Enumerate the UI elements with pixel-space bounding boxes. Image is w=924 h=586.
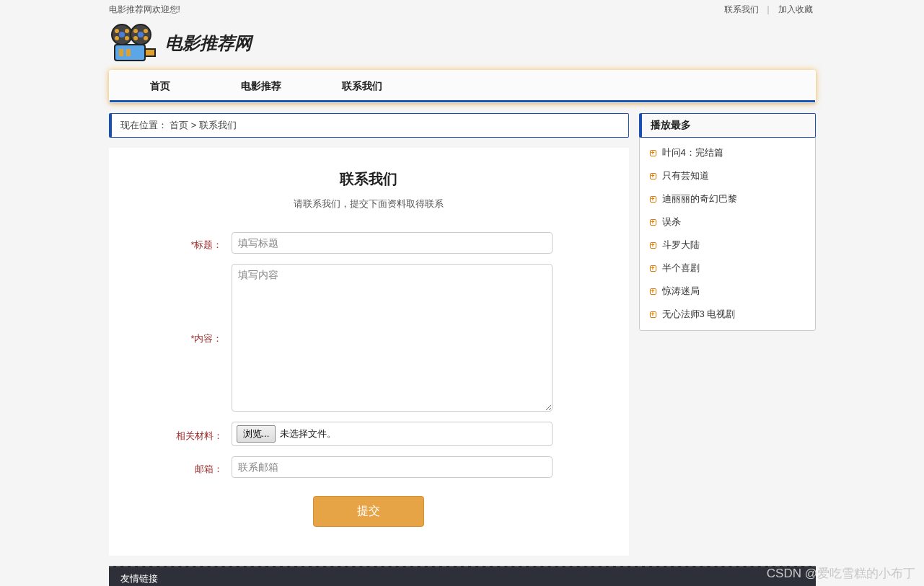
breadcrumb-label: 现在位置：: [120, 120, 167, 130]
title-input[interactable]: [232, 232, 553, 254]
content-textarea[interactable]: [232, 264, 553, 412]
list-item[interactable]: +斗罗大陆: [640, 234, 815, 257]
content-label: *内容：: [123, 264, 232, 345]
svg-point-7: [138, 32, 144, 37]
breadcrumb-sep: >: [191, 120, 197, 130]
svg-rect-15: [126, 49, 131, 56]
main-content: 现在位置： 首页 > 联系我们 联系我们 请联系我们，提交下面资料取得联系 *标…: [109, 113, 816, 556]
browse-button[interactable]: 浏览...: [237, 425, 276, 443]
form-row-title: *标题：: [123, 232, 615, 254]
plus-icon: +: [650, 219, 656, 226]
file-input-wrap: 浏览... 未选择文件。: [232, 422, 553, 446]
plus-icon: +: [650, 242, 656, 249]
list-item-label: 叶问4：完结篇: [662, 146, 723, 159]
svg-point-1: [119, 32, 125, 37]
contact-panel: 联系我们 请联系我们，提交下面资料取得联系 *标题： *内容： 相关材料： 浏览…: [109, 148, 629, 556]
plus-icon: +: [650, 196, 656, 203]
plus-icon: +: [650, 173, 656, 179]
friend-links-bar: 友情链接: [109, 566, 816, 586]
email-input[interactable]: [232, 456, 553, 478]
logo-area[interactable]: 电影推荐网: [109, 23, 816, 63]
list-item[interactable]: +惊涛迷局: [640, 280, 815, 303]
form-row-material: 相关材料： 浏览... 未选择文件。: [123, 422, 615, 446]
list-item[interactable]: +半个喜剧: [640, 257, 815, 280]
plus-icon: +: [650, 311, 656, 318]
contact-link[interactable]: 联系我们: [721, 4, 762, 14]
welcome-text: 电影推荐网欢迎您!: [109, 4, 180, 16]
list-item[interactable]: +误杀: [640, 210, 815, 234]
list-item-label: 只有芸知道: [662, 169, 709, 182]
plus-icon: +: [650, 150, 656, 156]
list-item-label: 无心法师3 电视剧: [662, 308, 736, 321]
right-column: 播放最多 +叶问4：完结篇 +只有芸知道 +迪丽丽的奇幻巴黎 +误杀 +斗罗大陆…: [639, 113, 816, 331]
svg-point-2: [115, 29, 119, 33]
svg-point-5: [125, 36, 129, 40]
list-item[interactable]: +叶问4：完结篇: [640, 141, 815, 164]
nav-home[interactable]: 首页: [110, 73, 211, 100]
side-title: 播放最多: [639, 113, 816, 138]
svg-rect-14: [119, 49, 123, 56]
side-list: +叶问4：完结篇 +只有芸知道 +迪丽丽的奇幻巴黎 +误杀 +斗罗大陆 +半个喜…: [640, 137, 815, 330]
footer: 友情链接 Copyright © 2020,电影推荐网, All Rights …: [109, 566, 816, 586]
svg-point-10: [133, 36, 138, 40]
nav-bar: 首页 电影推荐 联系我们: [109, 70, 816, 103]
list-item-label: 斗罗大陆: [662, 239, 700, 252]
nav-recommend[interactable]: 电影推荐: [211, 73, 312, 100]
top-bar-right: 联系我们 ｜ 加入收藏: [721, 4, 816, 16]
breadcrumb: 现在位置： 首页 > 联系我们: [109, 113, 629, 138]
svg-point-11: [144, 36, 148, 40]
svg-point-9: [144, 29, 148, 33]
site-name: 电影推荐网: [165, 32, 252, 55]
favorite-link[interactable]: 加入收藏: [775, 4, 816, 14]
svg-point-3: [125, 29, 129, 33]
list-item[interactable]: +无心法师3 电视剧: [640, 303, 815, 326]
nav-contact[interactable]: 联系我们: [312, 73, 413, 100]
submit-row: 提交: [123, 496, 615, 527]
camera-icon: [109, 23, 159, 63]
submit-button[interactable]: 提交: [313, 496, 424, 527]
page-subtitle: 请联系我们，提交下面资料取得联系: [123, 197, 615, 210]
svg-point-4: [115, 36, 119, 40]
top-separator: ｜: [764, 4, 773, 14]
list-item-label: 误杀: [662, 216, 681, 228]
left-column: 现在位置： 首页 > 联系我们 联系我们 请联系我们，提交下面资料取得联系 *标…: [109, 113, 629, 556]
material-label: 相关材料：: [123, 425, 232, 443]
top-bar: 电影推荐网欢迎您! 联系我们 ｜ 加入收藏: [109, 0, 816, 19]
header: 电影推荐网: [109, 19, 816, 70]
title-label: *标题：: [123, 234, 232, 252]
breadcrumb-current: 联系我们: [199, 120, 237, 130]
plus-icon: +: [650, 288, 656, 295]
email-label: 邮箱：: [123, 458, 232, 476]
plus-icon: +: [650, 265, 656, 272]
side-box-most-played: 播放最多 +叶问4：完结篇 +只有芸知道 +迪丽丽的奇幻巴黎 +误杀 +斗罗大陆…: [639, 113, 816, 331]
list-item-label: 迪丽丽的奇幻巴黎: [662, 192, 737, 205]
form-row-email: 邮箱：: [123, 456, 615, 478]
form-row-content: *内容：: [123, 264, 615, 412]
list-item-label: 半个喜剧: [662, 262, 700, 275]
list-item[interactable]: +迪丽丽的奇幻巴黎: [640, 187, 815, 210]
page-title: 联系我们: [123, 169, 615, 189]
file-status: 未选择文件。: [280, 427, 336, 440]
breadcrumb-home[interactable]: 首页: [170, 120, 188, 130]
list-item[interactable]: +只有芸知道: [640, 164, 815, 187]
svg-rect-13: [145, 49, 155, 56]
svg-point-8: [133, 29, 138, 33]
list-item-label: 惊涛迷局: [662, 285, 700, 298]
